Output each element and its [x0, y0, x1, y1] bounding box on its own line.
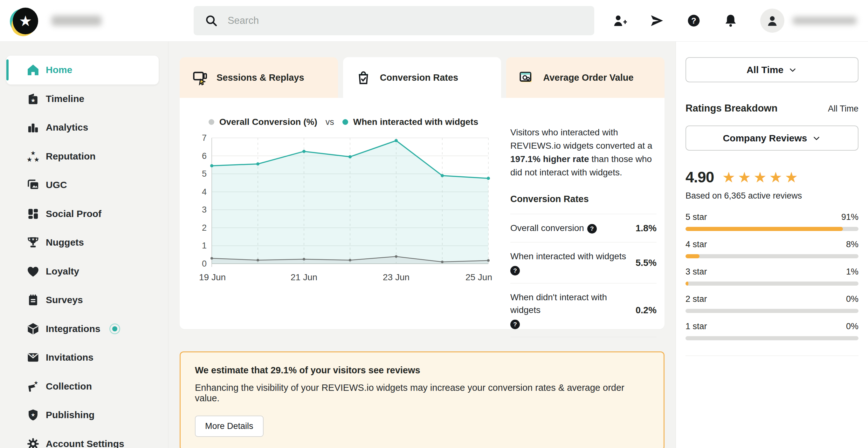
integrations-icon — [26, 322, 40, 336]
insight-paragraph: Visitors who interacted with REVIEWS.io … — [510, 126, 657, 179]
sidebar-item-publishing[interactable]: ★ Publishing — [6, 401, 159, 429]
conversion-info-panel: Visitors who interacted with REVIEWS.io … — [501, 98, 664, 329]
tab-average-order-value[interactable]: Average Order Value — [506, 57, 664, 98]
heart-icon — [26, 264, 40, 278]
sidebar-item-collection[interactable]: ★ Collection — [6, 372, 159, 401]
svg-text:★: ★ — [34, 156, 39, 163]
sidebar-item-timeline[interactable]: ★ Timeline — [6, 85, 159, 114]
conversion-row-overall: Overall conversion? 1.8% — [510, 214, 657, 242]
svg-text:21 Jun: 21 Jun — [290, 272, 317, 282]
average-order-value-icon — [518, 69, 535, 86]
svg-text:19 Jun: 19 Jun — [199, 272, 226, 282]
rating-bar-4-star: 4 star8% — [685, 239, 859, 258]
sidebar-item-label: Analytics — [46, 122, 88, 133]
timeline-icon: ★ — [26, 92, 40, 106]
ratings-breakdown-period: All Time — [828, 104, 859, 114]
sidebar-item-label: Reputation — [46, 151, 96, 162]
global-search[interactable] — [194, 6, 594, 35]
review-type-dropdown[interactable]: Company Reviews — [685, 126, 859, 151]
sidebar-item-label: Loyalty — [46, 266, 79, 277]
visibility-estimate-banner: We estimate that 29.1% of your visitors … — [180, 351, 664, 448]
svg-text:3: 3 — [202, 205, 207, 215]
tab-conversion-rates[interactable]: Conversion Rates — [343, 57, 501, 98]
more-details-button[interactable]: More Details — [195, 416, 264, 437]
svg-text:7: 7 — [202, 133, 207, 143]
bell-icon[interactable] — [723, 13, 738, 28]
help-icon[interactable]: ? — [510, 266, 520, 276]
sidebar-item-social-proof[interactable]: Social Proof — [6, 199, 159, 228]
tab-label: Sessions & Replays — [217, 72, 304, 83]
svg-text:23 Jun: 23 Jun — [383, 272, 409, 282]
user-avatar[interactable] — [760, 8, 784, 33]
help-icon[interactable]: ? — [587, 224, 597, 233]
conversion-row-not-interacted: When didn't interact with widgets? 0.2% — [510, 283, 657, 337]
tab-sessions-replays[interactable]: Sessions & Replays — [180, 57, 338, 98]
sidebar-item-home[interactable]: Home — [6, 56, 159, 85]
banner-body: Enhancing the visibility of your REVIEWS… — [195, 383, 649, 404]
chevron-down-icon — [812, 133, 821, 143]
ugc-icon — [26, 178, 40, 192]
publishing-icon: ★ — [26, 408, 40, 422]
main-content: Sessions & Replays Conversion Rates — [168, 42, 676, 448]
sidebar-item-label: Nuggets — [46, 237, 84, 248]
svg-text:0: 0 — [202, 259, 207, 268]
time-filter-dropdown[interactable]: All Time — [685, 57, 859, 82]
conversion-row-interacted: When interacted with widgets? 5.5% — [510, 242, 657, 283]
brand-logo[interactable]: ★ — [11, 7, 39, 34]
sidebar-item-loyalty[interactable]: Loyalty — [6, 257, 159, 286]
sidebar-item-ugc[interactable]: UGC — [6, 171, 159, 199]
legend-label-overall: Overall Conversion (%) — [219, 117, 317, 127]
svg-text:1: 1 — [202, 241, 207, 250]
svg-text:★: ★ — [27, 156, 32, 163]
sidebar-item-analytics[interactable]: Analytics — [6, 113, 159, 142]
svg-text:4: 4 — [202, 187, 207, 197]
user-email-redacted[interactable] — [793, 17, 857, 25]
sidebar-item-integrations[interactable]: Integrations — [6, 315, 159, 344]
rating-bar-3-star: 3 star1% — [685, 267, 859, 286]
svg-text:★: ★ — [31, 412, 35, 418]
help-icon[interactable]: ? — [686, 13, 701, 28]
svg-text:25 Jun: 25 Jun — [465, 272, 492, 282]
collection-icon: ★ — [26, 379, 40, 393]
svg-text:★: ★ — [31, 237, 35, 242]
sidebar-item-reputation[interactable]: ★ ★ ★ Reputation — [6, 142, 159, 171]
sidebar-item-surveys[interactable]: Surveys — [6, 286, 159, 315]
legend-separator: vs — [326, 117, 334, 127]
sidebar-item-label: UGC — [46, 180, 67, 190]
sidebar-item-nuggets[interactable]: ★ Nuggets — [6, 228, 159, 257]
add-user-icon[interactable] — [613, 13, 627, 28]
svg-text:★: ★ — [31, 353, 35, 358]
sidebar-item-invitations[interactable]: ★ Invitations — [6, 343, 159, 372]
conversion-value: 0.2% — [636, 305, 657, 316]
brand-name-redacted — [52, 15, 101, 26]
help-icon[interactable]: ? — [510, 320, 520, 329]
sidebar-nav: Home ★ Timeline Analytics ★ ★ ★ — [0, 42, 168, 448]
conversion-rates-heading: Conversion Rates — [510, 194, 657, 204]
ratings-breakdown-title: Ratings Breakdown — [685, 103, 777, 114]
integrations-notification-badge — [110, 323, 120, 334]
invitations-icon: ★ — [26, 350, 40, 364]
sidebar-item-label: Collection — [46, 381, 92, 392]
send-icon[interactable] — [650, 13, 664, 28]
top-header: ★ ? — [0, 0, 868, 42]
search-icon — [205, 13, 218, 28]
sidebar-item-label: Social Proof — [46, 209, 101, 219]
person-icon — [765, 14, 779, 28]
conversion-line-chart: 0123456719 Jun21 Jun23 Jun25 Jun — [194, 133, 493, 288]
sidebar-item-account-settings[interactable]: Account Settings — [6, 429, 159, 448]
sessions-replays-icon — [192, 69, 208, 86]
svg-text:2: 2 — [202, 223, 207, 232]
ratings-panel: All Time Ratings Breakdown All Time Comp… — [676, 42, 868, 448]
rating-bar-1-star: 1 star0% — [685, 322, 859, 340]
svg-text:★: ★ — [31, 97, 36, 104]
svg-text:★: ★ — [34, 380, 38, 386]
star-rating-icons: ★★★★★ — [722, 170, 800, 185]
conversion-rates-icon — [355, 69, 372, 86]
star-logo-icon: ★ — [13, 8, 38, 34]
search-input[interactable] — [228, 15, 583, 26]
tab-label: Average Order Value — [543, 72, 633, 83]
legend-dot-widgets — [342, 119, 348, 125]
sidebar-item-label: Surveys — [46, 294, 83, 305]
analytics-icon — [26, 120, 40, 134]
metric-tabs: Sessions & Replays Conversion Rates — [180, 57, 664, 98]
